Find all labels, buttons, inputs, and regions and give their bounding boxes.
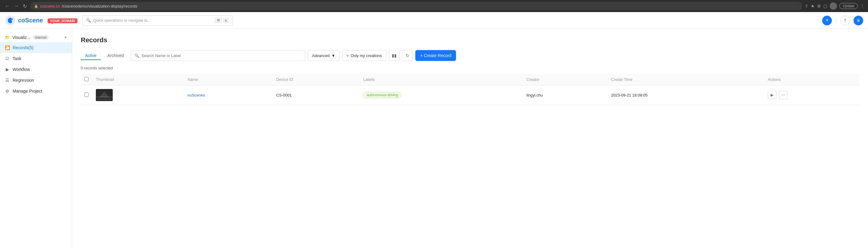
tab-button[interactable]: ▢	[824, 4, 827, 8]
row-checkbox-cell	[81, 85, 92, 105]
sidebar-item-manage-project[interactable]: ⚙ Manage Project	[0, 86, 72, 97]
name-label-search[interactable]: 🔍	[130, 50, 305, 61]
reload-button[interactable]: ↻	[22, 3, 28, 10]
bookmark-button[interactable]: ★	[811, 4, 815, 8]
advanced-filter-button[interactable]: Advanced ▼	[308, 50, 340, 61]
visualization-label: Visualiz...	[12, 35, 30, 40]
refresh-button[interactable]: ↻	[402, 50, 413, 61]
user-avatar-button[interactable]: li	[854, 16, 863, 25]
browser-action-buttons: ⇧ ★ ⚙ ▢ Update ⋮	[805, 2, 864, 10]
regression-label: Regression	[13, 78, 34, 83]
tab-archived[interactable]: Archived	[103, 51, 128, 60]
search-icon: 🔍	[86, 18, 91, 23]
filter-icon: ▿	[347, 53, 349, 58]
workflow-label: Workflow	[13, 67, 30, 72]
advanced-label: Advanced	[312, 53, 330, 58]
global-search[interactable]: 🔍 Quick operations or navigate to... ⌘ K	[82, 15, 233, 26]
labels-header: Labels	[360, 74, 523, 85]
menu-button[interactable]: ⋮	[860, 4, 864, 8]
browser-nav: ← → ↻	[4, 3, 28, 10]
lock-icon: 🔒	[34, 4, 38, 8]
back-button[interactable]: ←	[4, 3, 11, 9]
sidebar-item-regression[interactable]: ☰ Regression	[0, 75, 72, 86]
select-all-header	[81, 74, 92, 85]
task-label: Task	[13, 56, 22, 61]
action-buttons: ▶ ⋯	[768, 91, 856, 99]
header-divider: |	[835, 18, 837, 23]
search-icon: 🔍	[134, 53, 139, 58]
creator-cell: lingyi.chu	[523, 85, 608, 105]
chevron-down-icon: ▼	[64, 36, 67, 39]
sidebar-visualization-section[interactable]: 📁 Visualiz... Internal ▼	[0, 33, 72, 42]
logo-icon	[5, 15, 16, 26]
folder-icon: 📁	[5, 35, 10, 40]
domain-tooltip: YOUR_DOMAIN	[48, 19, 78, 23]
select-all-checkbox[interactable]	[84, 77, 89, 81]
device-id-header: Device ID	[273, 74, 360, 85]
row-checkbox[interactable]	[84, 93, 89, 97]
logo-text: coScene	[18, 17, 43, 24]
search-placeholder-text: Quick operations or navigate to...	[93, 18, 151, 23]
update-button[interactable]: Update	[839, 3, 858, 9]
browser-avatar	[830, 2, 837, 10]
address-highlight: coscene.cn	[40, 4, 60, 8]
chart-icon: ▮▮	[392, 53, 397, 58]
create-time-header: Create Time	[608, 74, 764, 85]
only-my-creations-button[interactable]: ▿ Only my creations	[342, 50, 386, 61]
records-label: Records(5)	[13, 45, 33, 50]
actions-header: Actions	[764, 74, 860, 85]
header-right-actions: + | ? li	[822, 16, 863, 25]
sidebar-item-task[interactable]: ☑ Task	[0, 53, 72, 64]
address-rest: /coscenedemo/visualization-display/recor…	[62, 4, 137, 8]
record-name-link[interactable]: nuScenes	[187, 93, 205, 98]
create-record-label: + Create Record	[420, 53, 451, 58]
label-tag: autonomous driving	[363, 92, 401, 98]
svg-rect-4	[96, 98, 113, 101]
records-icon: 🎦	[5, 45, 10, 50]
sidebar-item-records[interactable]: 🎦 Records(5)	[0, 42, 72, 53]
more-button[interactable]: ⋯	[779, 91, 787, 99]
main-content: Records Active Archived 🔍 Advanced ▼ ▿ O…	[72, 29, 868, 248]
help-button[interactable]: ?	[840, 16, 850, 25]
manage-project-label: Manage Project	[13, 89, 42, 93]
workflow-icon: ▶	[5, 67, 10, 72]
thumbnail-image	[96, 89, 113, 101]
thumbnail-header: Thumbnail	[92, 74, 184, 85]
records-table: Thumbnail Name Device ID Labels Creator …	[81, 74, 860, 105]
internal-badge: Internal	[33, 35, 49, 39]
refresh-icon: ↻	[406, 53, 409, 58]
sidebar-item-workflow[interactable]: ▶ Workflow	[0, 64, 72, 75]
forward-button[interactable]: →	[13, 3, 20, 9]
svg-rect-5	[97, 98, 112, 100]
app-logo[interactable]: coScene	[5, 15, 43, 26]
records-toolbar: Active Archived 🔍 Advanced ▼ ▿ Only my c…	[81, 50, 860, 61]
cmd-key: ⌘	[215, 18, 222, 23]
share-button[interactable]: ⇧	[805, 4, 808, 8]
global-add-button[interactable]: +	[822, 16, 832, 25]
thumbnail-cell	[92, 85, 184, 105]
device-id-cell: CS-0001	[273, 85, 360, 105]
play-button[interactable]: ▶	[768, 91, 776, 99]
search-shortcut: ⌘ K	[215, 18, 229, 23]
creator-header: Creator	[523, 74, 608, 85]
address-bar[interactable]: 🔒 coscene.cn /coscenedemo/visualization-…	[30, 2, 802, 10]
svg-point-1	[11, 19, 13, 20]
actions-cell: ▶ ⋯	[764, 85, 860, 105]
name-header: Name	[184, 74, 273, 85]
tab-active[interactable]: Active	[81, 51, 101, 60]
only-my-creations-label: Only my creations	[350, 53, 382, 58]
search-input[interactable]	[142, 53, 301, 58]
chart-view-button[interactable]: ▮▮	[389, 50, 400, 61]
create-record-button[interactable]: + Create Record	[415, 50, 456, 61]
extensions-button[interactable]: ⚙	[817, 4, 821, 8]
task-icon: ☑	[5, 56, 10, 61]
name-cell: nuScenes	[184, 85, 273, 105]
regression-icon: ☰	[5, 78, 10, 83]
chevron-down-icon: ▼	[331, 53, 335, 58]
k-key: K	[223, 18, 229, 23]
page-title: Records	[81, 36, 860, 44]
gear-icon: ⚙	[5, 89, 10, 93]
browser-chrome: ← → ↻ 🔒 coscene.cn /coscenedemo/visualiz…	[0, 0, 868, 12]
records-selected-count: 0 records selected	[81, 66, 860, 70]
app-body: 📁 Visualiz... Internal ▼ 🎦 Records(5) ☑ …	[0, 29, 868, 248]
